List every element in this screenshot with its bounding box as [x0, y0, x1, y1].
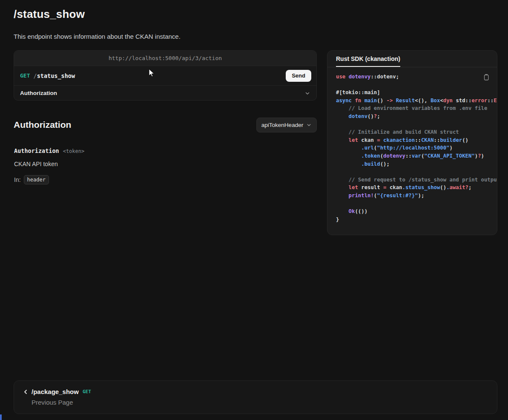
send-button[interactable]: Send — [286, 70, 311, 82]
api-client-card: http://localhost:5000/api/3/action GET /… — [14, 50, 317, 101]
previous-page-method: GET — [83, 389, 91, 394]
chevron-down-icon — [306, 122, 312, 128]
auth-in-label: In: — [14, 176, 21, 183]
page-title: /status_show — [14, 8, 85, 21]
base-url-bar[interactable]: http://localhost:5000/api/3/action — [14, 51, 316, 66]
clipboard-icon — [482, 73, 490, 81]
path-name: status_show — [37, 72, 75, 79]
auth-scheme-select[interactable]: apiTokenHeader — [256, 118, 317, 132]
request-row: GET /status_show Send — [14, 66, 316, 85]
auth-in-value-badge: header — [24, 175, 49, 184]
path-slash: / — [33, 72, 37, 79]
http-method-label: GET — [20, 72, 30, 79]
request-path: /status_show — [33, 72, 75, 79]
auth-row-label: Authorization — [20, 90, 57, 96]
authorization-heading: Authorization — [14, 120, 71, 130]
auth-param-row: Authorization <token> — [14, 147, 84, 154]
code-language-tab[interactable]: Rust SDK (ckanaction) — [336, 55, 400, 67]
auth-param-name: Authorization — [14, 147, 59, 154]
code-panel-header: Rust SDK (ckanaction) — [327, 51, 497, 67]
auth-param-type: <token> — [63, 148, 85, 154]
previous-page-row: /package_show GET — [23, 388, 488, 395]
page-description: This endpoint shows information about th… — [14, 33, 181, 40]
previous-page-card[interactable]: /package_show GET Previous Page — [14, 380, 497, 414]
auth-in-row: In: header — [14, 175, 49, 184]
auth-scheme-value: apiTokenHeader — [261, 122, 303, 128]
base-url: http://localhost:5000/api/3/action — [109, 55, 222, 61]
previous-page-label: Previous Page — [32, 399, 488, 406]
auth-param-description: CKAN API token — [14, 161, 58, 167]
auth-collapsible-row[interactable]: Authorization — [14, 85, 316, 101]
chevron-down-icon — [304, 90, 310, 96]
code-example-panel: Rust SDK (ckanaction) use dotenvy::doten… — [327, 50, 497, 235]
chevron-left-icon — [23, 389, 29, 395]
previous-page-path: /package_show — [32, 388, 79, 395]
copy-button[interactable] — [482, 73, 491, 82]
scroll-indicator-nub — [0, 414, 2, 420]
code-block[interactable]: use dotenvy::dotenv; #[tokio::main]async… — [327, 67, 497, 235]
